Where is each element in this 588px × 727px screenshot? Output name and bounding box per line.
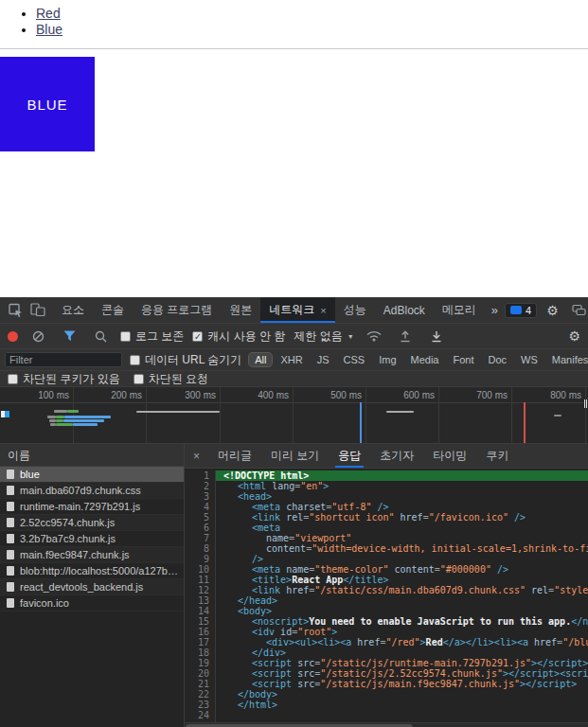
name-column-header[interactable]: 이름: [0, 444, 184, 467]
blocked-requests-checkbox[interactable]: 차단된 요청: [134, 371, 208, 387]
detail-tab-응답[interactable]: 응답: [329, 444, 370, 468]
filmstrip-thumbnail: [1, 411, 9, 417]
request-row[interactable]: react_devtools_backend.js: [0, 579, 184, 595]
filter-pill-Media[interactable]: Media: [405, 353, 445, 366]
clear-icon: [32, 330, 45, 343]
blocked-cookies-checkbox[interactable]: 차단된 쿠키가 있음: [8, 371, 120, 387]
request-name: main.dba607d9.chunk.css: [20, 485, 145, 496]
link-blue[interactable]: Blue: [36, 22, 62, 37]
inspect-icon: [9, 303, 23, 318]
filter-pill-Manifest[interactable]: Manifest: [546, 353, 588, 366]
response-code-viewer[interactable]: 123456789101112131415161718192021222324 …: [185, 469, 588, 722]
request-row[interactable]: main.f9ec9847.chunk.js: [0, 547, 184, 563]
line-number: 4: [185, 502, 209, 512]
code-line: <noscript>You need to enable JavaScript …: [216, 616, 588, 627]
code-line: <body>: [216, 606, 588, 616]
inspect-element-button[interactable]: [4, 300, 27, 321]
import-har-button[interactable]: [394, 326, 417, 346]
request-name: 3.2b7ba7c9.chunk.js: [20, 533, 119, 544]
page-link-list: RedBlue: [0, 6, 588, 38]
checkbox-box[interactable]: [130, 355, 140, 365]
request-name: main.f9ec9847.chunk.js: [20, 549, 134, 560]
filter-pill-All[interactable]: All: [249, 353, 272, 366]
detail-tab-미리 보기[interactable]: 미리 보기: [261, 444, 329, 468]
more-tabs-chevron[interactable]: »: [485, 303, 505, 317]
file-icon: [7, 502, 14, 511]
tick-label: 300 ms: [169, 390, 216, 400]
tab-요소[interactable]: 요소: [53, 297, 93, 323]
disable-cache-label: 캐시 사용 안 함: [207, 328, 285, 345]
blue-box: BLUE: [0, 57, 95, 151]
network-overview-timeline[interactable]: 100 ms200 ms300 ms400 ms500 ms600 ms700 …: [0, 387, 588, 444]
wifi-icon: [366, 330, 382, 342]
line-number: 24: [185, 710, 209, 720]
search-button[interactable]: [89, 326, 112, 346]
clear-network-log-button[interactable]: [27, 326, 49, 346]
request-row[interactable]: blue: [0, 467, 184, 483]
network-conditions-button[interactable]: [363, 326, 385, 346]
preserve-log-checkbox[interactable]: 로그 보존: [120, 328, 184, 345]
console-message-badge[interactable]: 4: [505, 303, 537, 318]
close-detail-icon[interactable]: ×: [185, 450, 208, 463]
filter-input[interactable]: [5, 352, 122, 367]
list-item: Blue: [36, 22, 588, 38]
checkbox-box[interactable]: [120, 331, 131, 342]
detail-tab-타이밍[interactable]: 타이밍: [423, 444, 476, 468]
checkbox-box[interactable]: [134, 374, 144, 384]
filter-pill-Img[interactable]: Img: [373, 353, 401, 366]
list-item: Red: [36, 6, 588, 22]
line-number: 10: [185, 564, 209, 575]
tab-AdBlock[interactable]: AdBlock: [375, 297, 434, 323]
export-har-button[interactable]: [425, 326, 448, 346]
code-line: </div>: [216, 647, 588, 658]
request-row[interactable]: 2.52cc9574.chunk.js: [0, 515, 184, 531]
tick-label: 100 ms: [22, 390, 69, 400]
tab-원본[interactable]: 원본: [221, 297, 260, 323]
devtools-tabbar: 요소콘솔응용 프로그램원본네트워크×성능AdBlock메모리 » 4 ⚙ ⋯ ×: [0, 297, 588, 324]
code-line: <idv id="root">: [216, 627, 588, 637]
tick-label: 200 ms: [95, 390, 142, 400]
network-settings-gear-icon[interactable]: ⚙: [568, 329, 580, 343]
request-name: react_devtools_backend.js: [20, 581, 147, 593]
checkbox-box[interactable]: ✓: [192, 331, 203, 342]
code-line: <html lang="en">: [216, 481, 588, 491]
device-toolbar-button[interactable]: [27, 300, 49, 321]
tab-성능[interactable]: 성능: [335, 297, 375, 323]
code-line: <title>React App</title>: [216, 575, 588, 585]
hide-data-urls-checkbox[interactable]: 데이터 URL 숨기기: [130, 352, 241, 368]
tab-label: 메모리: [442, 302, 476, 318]
settings-gear-icon[interactable]: ⚙: [546, 304, 559, 317]
horizontal-scrollbar[interactable]: [185, 722, 588, 727]
detail-tab-머리글[interactable]: 머리글: [208, 444, 261, 468]
link-red[interactable]: Red: [36, 6, 61, 21]
dock-side-button[interactable]: [568, 300, 588, 321]
filter-pill-Font[interactable]: Font: [447, 353, 479, 366]
tab-close-icon[interactable]: ×: [320, 305, 326, 316]
filter-pill-Doc[interactable]: Doc: [483, 353, 513, 366]
code-line: </body>: [216, 689, 588, 700]
request-row[interactable]: favicon.ico: [0, 595, 184, 612]
tab-콘솔[interactable]: 콘솔: [93, 297, 133, 323]
gridline: [365, 387, 366, 443]
request-row[interactable]: main.dba607d9.chunk.css: [0, 483, 184, 499]
filter-pill-XHR[interactable]: XHR: [275, 353, 308, 366]
filter-pill-JS[interactable]: JS: [312, 353, 335, 366]
filter-pill-CSS[interactable]: CSS: [338, 353, 371, 366]
filter-pill-WS[interactable]: WS: [515, 353, 543, 366]
tab-네트워크[interactable]: 네트워크×: [260, 297, 334, 323]
throttling-dropdown[interactable]: 제한 없음 ▼: [294, 328, 353, 345]
checkbox-box[interactable]: [8, 374, 18, 384]
code-line: <script src="/static/js/2.52cc9574.chunk…: [216, 668, 588, 679]
tab-응용 프로그램[interactable]: 응용 프로그램: [133, 297, 221, 323]
tab-메모리[interactable]: 메모리: [434, 297, 485, 323]
line-number-gutter: 123456789101112131415161718192021222324: [185, 470, 216, 722]
request-row[interactable]: runtime-main.7297b291.js: [0, 499, 184, 515]
disable-cache-checkbox[interactable]: ✓ 캐시 사용 안 함: [192, 328, 285, 345]
tick-label: 800 ms: [534, 390, 581, 400]
request-row[interactable]: 3.2b7ba7c9.chunk.js: [0, 531, 184, 547]
detail-tab-초기자[interactable]: 초기자: [370, 444, 423, 468]
detail-tab-쿠키[interactable]: 쿠키: [476, 444, 518, 468]
record-network-log-button[interactable]: [8, 331, 18, 342]
request-row[interactable]: blob:http://localhost:5000/a127bbb6-2…: [0, 563, 184, 579]
filter-toggle-button[interactable]: [58, 326, 80, 346]
